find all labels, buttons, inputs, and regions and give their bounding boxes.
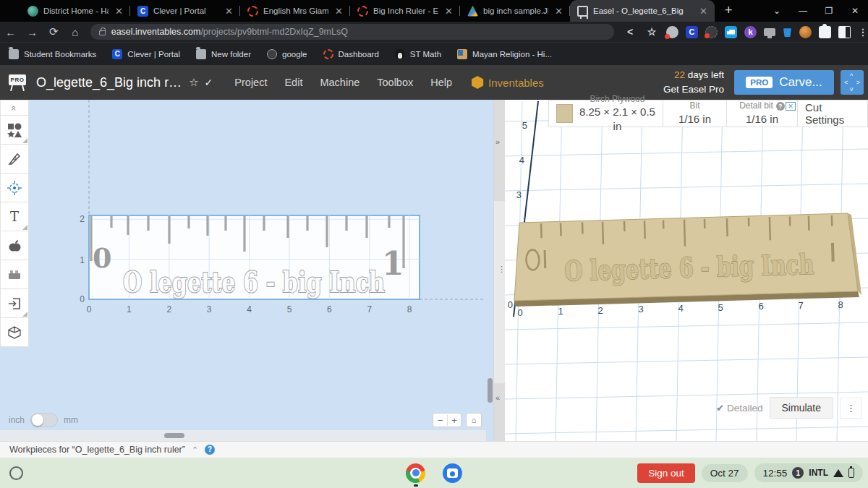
minimize-button[interactable]: —: [790, 6, 816, 16]
browser-tab[interactable]: CClever | Portal✕: [130, 0, 240, 22]
detail-bit-help-icon[interactable]: ?: [776, 102, 785, 111]
favorite-star-icon[interactable]: ☆: [189, 76, 198, 89]
share-icon[interactable]: <: [623, 26, 637, 38]
tab-search-icon[interactable]: ⌄: [764, 6, 790, 16]
zoom-in-button[interactable]: +: [447, 415, 461, 426]
inventables-brand[interactable]: Inventables: [471, 76, 544, 89]
chrome-app-icon[interactable]: [406, 463, 425, 483]
browser-menu-icon[interactable]: ⋮: [858, 26, 868, 38]
bookmark-item[interactable]: CClever | Portal: [112, 49, 180, 59]
3d-view-tool[interactable]: [0, 318, 29, 347]
text-tool[interactable]: T: [0, 202, 29, 231]
bookmark-item[interactable]: New folder: [196, 49, 251, 59]
bookmark-item[interactable]: Dashboard: [323, 49, 379, 59]
cut-settings-button[interactable]: Cut Settings: [798, 100, 867, 127]
tab-close-icon[interactable]: ✕: [698, 6, 709, 17]
material-section[interactable]: Birch Plywood 8.25 × 2.1 × 0.5 in: [549, 100, 663, 127]
home-position-tool[interactable]: [0, 174, 29, 202]
zoom-out-button[interactable]: −: [433, 415, 447, 426]
menu-machine[interactable]: Machine: [320, 77, 359, 88]
bookmark-item[interactable]: google: [267, 49, 307, 59]
design-numeral-1[interactable]: 1: [382, 245, 404, 282]
design-canvas[interactable]: 01O legette 6 - big Inch210012345678 « T: [0, 100, 486, 441]
design-text[interactable]: O legette 6 - big Inch: [123, 265, 385, 299]
trial-status[interactable]: 22 days left Get Easel Pro: [663, 68, 724, 96]
menu-edit[interactable]: Edit: [284, 77, 302, 88]
extension-blue-icon[interactable]: [725, 26, 737, 38]
collapse-toolbar-button[interactable]: «: [0, 100, 29, 116]
browser-tab[interactable]: English Mrs Giamalvo✕: [240, 0, 350, 22]
menu-project[interactable]: Project: [234, 77, 267, 88]
bookmark-label: ST Math: [410, 50, 441, 59]
tab-close-icon[interactable]: ✕: [443, 6, 454, 17]
bookmark-item[interactable]: Mayan Religion - Hi...: [457, 49, 552, 59]
unit-switch[interactable]: [30, 413, 58, 427]
design-numeral-0[interactable]: 0: [93, 241, 111, 274]
expand-panel-icon[interactable]: »: [495, 137, 500, 146]
bookmark-item[interactable]: Student Bookmarks: [9, 49, 96, 59]
preview-svg[interactable]: O legette 6 - big Inch5430012345678: [505, 100, 868, 441]
bookmark-item[interactable]: ST Math: [395, 49, 441, 59]
extension-clever-icon[interactable]: C: [686, 26, 698, 38]
bit-section[interactable]: Bit 1/16 in: [663, 100, 727, 127]
zoom-home-button[interactable]: ⌂: [466, 413, 482, 427]
close-button[interactable]: ✕: [842, 6, 868, 16]
forward-button[interactable]: →: [22, 26, 43, 38]
lock-icon[interactable]: [99, 30, 106, 35]
trash-extension-icon[interactable]: [783, 27, 792, 37]
get-easel-pro-link[interactable]: Get Easel Pro: [663, 82, 724, 97]
address-bar[interactable]: easel.inventables.com/projects/pv9btml-m…: [90, 24, 614, 40]
detail-bit-section[interactable]: Detail bit? 1/16 in ✕: [727, 100, 798, 127]
menu-help[interactable]: Help: [430, 77, 452, 88]
tab-close-icon[interactable]: ✕: [114, 6, 124, 17]
browser-tab[interactable]: District Home - Half Ho✕: [20, 0, 130, 22]
svg-text:3: 3: [516, 189, 522, 200]
browser-tab[interactable]: Easel - O_legette_6_Big✕: [570, 0, 715, 22]
bookmark-star-icon[interactable]: ☆: [644, 26, 659, 38]
preview-board[interactable]: O legette 6 - big Inch: [514, 213, 861, 307]
vertical-scrollbar[interactable]: [488, 378, 493, 403]
import-tool[interactable]: [0, 289, 29, 318]
apps-apple-tool[interactable]: [0, 231, 29, 260]
reload-button[interactable]: ⟳: [43, 25, 64, 38]
workpieces-collapse-icon[interactable]: ⌃: [192, 445, 198, 455]
extensions-puzzle-icon[interactable]: [819, 26, 831, 38]
hscroll-handle[interactable]: [164, 433, 184, 438]
tab-close-icon[interactable]: ✕: [553, 6, 564, 17]
profile-icon[interactable]: [838, 26, 851, 38]
restore-button[interactable]: ❐: [816, 6, 842, 16]
workpiece[interactable]: 01O legette 6 - big Inch: [89, 215, 420, 299]
project-title[interactable]: O_legette_6_Big inch r…: [36, 75, 182, 90]
extension-record-icon[interactable]: [705, 26, 718, 38]
jog-machine-button[interactable]: ^v<>: [841, 70, 864, 95]
cast-monitor-icon[interactable]: [764, 28, 775, 36]
simulate-button[interactable]: Simulate: [770, 397, 833, 419]
preview-panel[interactable]: O legette 6 - big Inch5430012345678 Birc…: [505, 100, 868, 441]
detail-bit-close-icon[interactable]: ✕: [786, 102, 796, 111]
carve-button[interactable]: PRO Carve...: [734, 70, 834, 95]
back-button[interactable]: ←: [0, 26, 22, 38]
extension-orange-icon[interactable]: [799, 26, 812, 38]
pen-tool[interactable]: [0, 145, 29, 174]
horizontal-scrollbar[interactable]: [0, 430, 486, 441]
home-button[interactable]: ⌂: [64, 26, 86, 38]
design-svg[interactable]: 01O legette 6 - big Inch210012345678: [0, 100, 486, 441]
browser-tab[interactable]: Big Inch Ruler - Easel✕: [350, 0, 460, 22]
simulate-menu-icon[interactable]: ⋮: [840, 398, 862, 419]
new-tab-button[interactable]: +: [725, 3, 733, 18]
svg-text:5: 5: [718, 302, 723, 313]
detailed-toggle[interactable]: ✔ Detailed: [716, 402, 763, 414]
material-blocks-tool[interactable]: [0, 260, 29, 289]
collapse-panel-icon[interactable]: «: [495, 393, 500, 402]
extension-k-icon[interactable]: k: [744, 26, 757, 38]
tab-close-icon[interactable]: ✕: [224, 6, 234, 17]
panel-divider[interactable]: » ⋮ «: [493, 100, 505, 441]
extension-cloud-icon[interactable]: [666, 26, 678, 38]
browser-tab[interactable]: big inch sample.JPG - G✕: [460, 0, 570, 22]
camera-app-icon[interactable]: [443, 463, 462, 483]
easel-pro-logo-icon[interactable]: PRO: [8, 73, 27, 92]
tab-close-icon[interactable]: ✕: [333, 6, 344, 17]
workpieces-help-icon[interactable]: ?: [205, 445, 215, 455]
shapes-tool[interactable]: [0, 116, 29, 145]
menu-toolbox[interactable]: Toolbox: [377, 77, 413, 88]
